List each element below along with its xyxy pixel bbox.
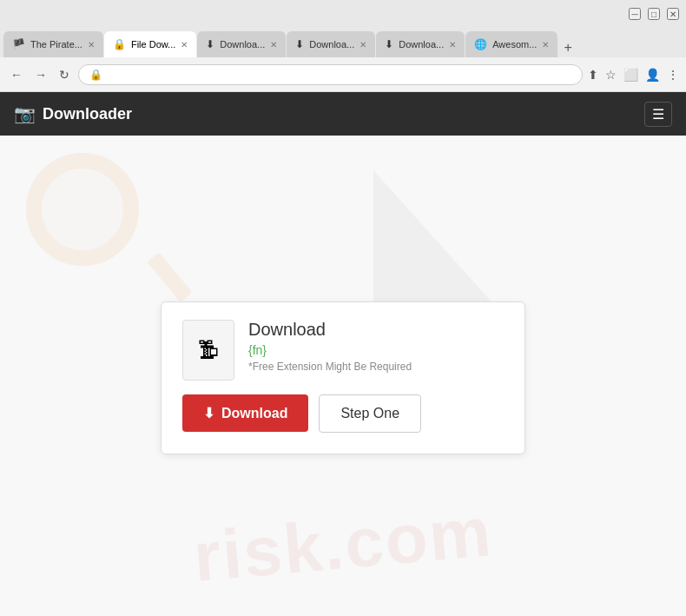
address-bar: ← → ↻ 🔒 ⬆ ☆ ⬜ 👤 ⋮	[0, 57, 686, 92]
card-note: *Free Extension Might Be Required	[248, 361, 504, 373]
minimize-button[interactable]	[629, 8, 641, 20]
file-icon-wrap: 🗜	[182, 320, 234, 381]
tab-close-filedownload[interactable]: ✕	[181, 40, 188, 50]
forward-button[interactable]: →	[31, 66, 50, 83]
title-bar	[0, 0, 686, 28]
card-actions: ⬇ Download Step One	[182, 394, 504, 433]
brand-icon: 📷	[14, 103, 36, 124]
app-navbar: 📷 Downloader ☰	[0, 92, 686, 136]
tab-label-download3: Downloa...	[399, 39, 444, 50]
tab-icon-pirates: 🏴	[12, 38, 25, 50]
share-button[interactable]: ⬆	[588, 68, 598, 82]
step-one-button[interactable]: Step One	[319, 394, 421, 433]
tabs-bar: 🏴 The Pirate... ✕ 🔒 File Dow... ✕ ⬇ Down…	[0, 28, 686, 57]
tab-icon-awesome: 🌐	[474, 38, 487, 50]
file-icon: 🗜	[198, 338, 219, 362]
card-info: Download {fn} *Free Extension Might Be R…	[248, 320, 504, 373]
tab-download1[interactable]: ⬇ Downloa... ✕	[197, 31, 286, 57]
tab-filedownload[interactable]: 🔒 File Dow... ✕	[104, 31, 196, 57]
card-filename: {fn}	[248, 343, 504, 357]
restore-button[interactable]	[648, 8, 660, 20]
card-top: 🗜 Download {fn} *Free Extension Might Be…	[182, 320, 504, 381]
menu-button[interactable]: ⋮	[667, 68, 679, 82]
tab-awesome[interactable]: 🌐 Awesom... ✕	[465, 31, 557, 57]
tab-icon-download1: ⬇	[206, 38, 214, 50]
app-brand: 📷 Downloader	[14, 103, 132, 124]
tab-pirates[interactable]: 🏴 The Pirate... ✕	[3, 31, 103, 57]
download-btn-label: Download	[221, 406, 287, 421]
magnifier-circle	[26, 153, 139, 266]
main-content: risk.com 🗜 Download {fn} *Free Extension…	[0, 136, 686, 616]
tab-close-download3[interactable]: ✕	[449, 40, 456, 50]
reload-button[interactable]: ↻	[56, 66, 73, 83]
tab-close-download2[interactable]: ✕	[359, 40, 366, 50]
tab-close-pirates[interactable]: ✕	[88, 40, 95, 50]
watermark-text: risk.com	[0, 475, 686, 615]
tab-icon-download3: ⬇	[385, 38, 393, 50]
new-tab-button[interactable]: +	[558, 40, 577, 56]
back-button[interactable]: ←	[7, 66, 26, 83]
download-btn-icon: ⬇	[203, 405, 214, 421]
title-bar-controls	[629, 8, 679, 20]
profile-button[interactable]: 👤	[645, 68, 660, 82]
address-input-wrap[interactable]: 🔒	[78, 64, 583, 85]
watermark-magnifier	[26, 153, 182, 309]
card-title: Download	[248, 320, 504, 340]
tab-close-awesome[interactable]: ✕	[542, 40, 549, 50]
bookmark-button[interactable]: ☆	[605, 68, 617, 82]
download-button[interactable]: ⬇ Download	[182, 394, 308, 432]
tab-icon-filedownload: 🔒	[113, 38, 126, 50]
address-bar-actions: ⬆ ☆ ⬜ 👤 ⋮	[588, 68, 679, 82]
close-button[interactable]	[667, 8, 679, 20]
tab-label-download1: Downloa...	[220, 39, 265, 50]
tab-download3[interactable]: ⬇ Downloa... ✕	[376, 31, 465, 57]
tab-icon-download2: ⬇	[295, 38, 304, 50]
tab-label-awesome: Awesom...	[492, 39, 537, 50]
brand-label: Downloader	[43, 105, 132, 123]
magnifier-handle	[147, 252, 192, 302]
tab-close-download1[interactable]: ✕	[270, 40, 277, 50]
hamburger-button[interactable]: ☰	[644, 102, 672, 127]
tab-label-filedownload: File Dow...	[131, 39, 175, 50]
tab-download2[interactable]: ⬇ Downloa... ✕	[287, 31, 375, 57]
tab-label-pirates: The Pirate...	[30, 39, 82, 50]
lock-icon: 🔒	[89, 69, 102, 81]
download-card: 🗜 Download {fn} *Free Extension Might Be…	[161, 301, 525, 454]
extensions-button[interactable]: ⬜	[623, 68, 638, 82]
tab-label-download2: Downloa...	[309, 39, 354, 50]
